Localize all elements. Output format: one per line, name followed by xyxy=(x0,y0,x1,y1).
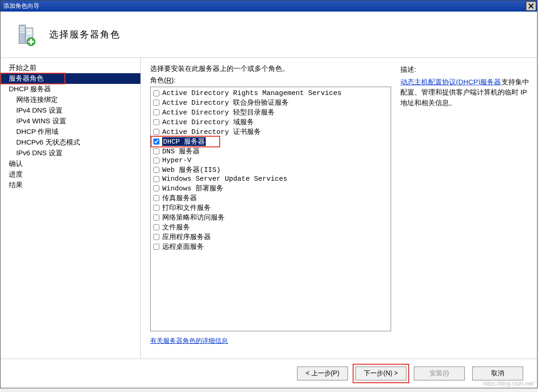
role-row[interactable]: Active Directory 域服务 xyxy=(152,117,389,127)
role-row[interactable]: Web 服务器(IIS) xyxy=(152,165,389,175)
role-checkbox[interactable] xyxy=(153,148,159,154)
role-label: Web 服务器(IIS) xyxy=(162,165,221,174)
next-button[interactable]: 下一步(N) > xyxy=(355,367,406,380)
watermark-text: https://blog.csdn.net/ xyxy=(483,380,534,387)
role-checkbox[interactable] xyxy=(153,119,159,125)
role-row[interactable]: Windows 部署服务 xyxy=(152,183,389,193)
sidebar-item-8[interactable]: IPv6 DNS 设置 xyxy=(0,148,140,158)
description-text: 动态主机配置协议(DHCP)服务器支持集中配置、管理和提供客户端计算机的临时 I… xyxy=(400,77,532,108)
svg-rect-3 xyxy=(20,27,25,28)
role-row[interactable]: 应用程序服务器 xyxy=(152,232,389,242)
role-label: Windows Server Update Services xyxy=(162,175,287,183)
svg-rect-7 xyxy=(27,30,32,31)
role-label: 网络策略和访问服务 xyxy=(162,213,225,222)
sidebar-item-6[interactable]: DHCP 作用域 xyxy=(0,126,140,137)
role-row[interactable]: 网络策略和访问服务 xyxy=(152,213,389,222)
role-checkbox[interactable] xyxy=(153,176,159,182)
role-row[interactable]: Active Directory 证书服务 xyxy=(152,127,389,137)
role-label: 打印和文件服务 xyxy=(162,203,211,212)
role-label: Hyper-V xyxy=(162,157,191,164)
role-checkbox[interactable] xyxy=(153,244,159,250)
sidebar-item-9[interactable]: 确认 xyxy=(0,158,140,169)
more-info-link[interactable]: 有关服务器角色的详细信息 xyxy=(150,337,228,344)
role-checkbox[interactable] xyxy=(153,90,159,96)
svg-rect-4 xyxy=(20,29,25,31)
role-label: Active Directory 轻型目录服务 xyxy=(162,108,275,117)
role-row[interactable]: DNS 服务器 xyxy=(152,146,389,156)
role-checkbox[interactable] xyxy=(153,215,159,221)
role-label: 传真服务器 xyxy=(162,194,197,202)
sidebar-item-7[interactable]: DHCPv6 无状态模式 xyxy=(0,137,140,148)
wizard-header: 选择服务器角色 xyxy=(0,12,537,58)
install-button: 安装(I) xyxy=(414,367,465,380)
role-label: 文件服务 xyxy=(162,223,190,232)
role-row[interactable]: Active Directory Rights Management Servi… xyxy=(152,89,389,98)
titlebar: 添加角色向导 xyxy=(0,0,537,12)
role-label: Active Directory 联合身份验证服务 xyxy=(162,98,289,107)
role-row[interactable]: 打印和文件服务 xyxy=(152,203,389,213)
sidebar-item-4[interactable]: IPv4 DNS 设置 xyxy=(0,105,140,116)
role-label: 应用程序服务器 xyxy=(162,233,211,241)
content-area: 选择要安装在此服务器上的一个或多个角色。 角色(R): Active Direc… xyxy=(141,58,537,359)
window-title: 添加角色向导 xyxy=(3,2,526,10)
role-row[interactable]: DHCP 服务器 xyxy=(152,137,389,146)
back-button[interactable]: < 上一步(P) xyxy=(297,367,348,380)
role-checkbox[interactable] xyxy=(153,100,159,106)
role-checkbox[interactable] xyxy=(153,195,159,201)
sidebar-item-5[interactable]: IPv4 WINS 设置 xyxy=(0,116,140,126)
close-icon xyxy=(528,3,534,9)
role-checkbox[interactable] xyxy=(153,167,159,173)
wizard-footer: < 上一步(P) 下一步(N) > 安装(I) 取消 https://blog.… xyxy=(0,359,537,388)
role-checkbox[interactable] xyxy=(153,129,159,135)
role-label: DNS 服务器 xyxy=(162,147,200,156)
role-checkbox[interactable] xyxy=(153,234,159,240)
svg-rect-5 xyxy=(20,32,25,33)
role-checkbox[interactable] xyxy=(153,205,159,211)
description-panel: 描述: 动态主机配置协议(DHCP)服务器支持集中配置、管理和提供客户端计算机的… xyxy=(391,64,532,355)
roles-label: 角色(R): xyxy=(150,76,391,85)
sidebar-item-3[interactable]: 网络连接绑定 xyxy=(0,95,140,105)
roles-listbox[interactable]: Active Directory Rights Management Servi… xyxy=(150,87,391,331)
role-label: Active Directory 证书服务 xyxy=(162,127,261,136)
instruction-text: 选择要安装在此服务器上的一个或多个角色。 xyxy=(150,64,391,73)
page-title: 选择服务器角色 xyxy=(49,28,120,41)
sidebar-item-11[interactable]: 结果 xyxy=(0,180,140,190)
role-row[interactable]: Active Directory 轻型目录服务 xyxy=(152,107,389,117)
role-row[interactable]: Hyper-V xyxy=(152,156,389,165)
role-row[interactable]: Active Directory 联合身份验证服务 xyxy=(152,98,389,107)
svg-rect-8 xyxy=(27,32,32,34)
role-label: DHCP 服务器 xyxy=(162,137,206,146)
close-button[interactable] xyxy=(526,1,536,11)
sidebar-item-10[interactable]: 进度 xyxy=(0,169,140,180)
role-checkbox[interactable] xyxy=(153,109,159,115)
sidebar-item-0[interactable]: 开始之前 xyxy=(0,63,140,73)
role-checkbox[interactable] xyxy=(153,158,159,164)
wizard-body: 开始之前服务器角色DHCP 服务器网络连接绑定IPv4 DNS 设置IPv4 W… xyxy=(0,58,537,359)
role-checkbox[interactable] xyxy=(153,139,159,145)
description-heading: 描述: xyxy=(400,64,532,75)
role-label: Windows 部署服务 xyxy=(162,184,223,193)
role-row[interactable]: 文件服务 xyxy=(152,222,389,232)
sidebar: 开始之前服务器角色DHCP 服务器网络连接绑定IPv4 DNS 设置IPv4 W… xyxy=(0,58,141,359)
wizard-window: 添加角色向导 选择服务器角色 开始之前服务 xyxy=(0,0,538,388)
role-checkbox[interactable] xyxy=(153,185,159,191)
role-label: Active Directory Rights Management Servi… xyxy=(162,89,342,97)
sidebar-item-1[interactable]: 服务器角色 xyxy=(0,73,140,84)
description-link[interactable]: 动态主机配置协议(DHCP)服务器 xyxy=(400,78,501,86)
svg-rect-11 xyxy=(28,41,34,43)
role-label: Active Directory 域服务 xyxy=(162,118,254,126)
role-label: 远程桌面服务 xyxy=(162,242,204,251)
server-role-icon xyxy=(14,23,38,46)
role-row[interactable]: 传真服务器 xyxy=(152,193,389,203)
sidebar-item-2[interactable]: DHCP 服务器 xyxy=(0,84,140,95)
role-row[interactable]: Windows Server Update Services xyxy=(152,175,389,183)
role-checkbox[interactable] xyxy=(153,224,159,230)
cancel-button[interactable]: 取消 xyxy=(472,367,523,380)
role-row[interactable]: 远程桌面服务 xyxy=(152,242,389,252)
